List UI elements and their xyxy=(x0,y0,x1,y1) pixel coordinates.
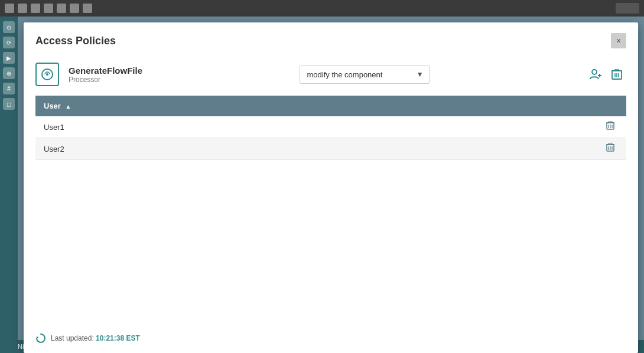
sidebar-icon-6[interactable]: ◻ xyxy=(3,98,15,110)
delete-user1-button[interactable] xyxy=(603,120,618,134)
modal-title: Access Policies xyxy=(35,35,116,47)
modal-backdrop: Access Policies × GenerateFlowFile xyxy=(18,17,644,340)
sidebar-icon-4[interactable]: ⊕ xyxy=(3,67,15,79)
add-user-icon xyxy=(589,68,602,81)
sidebar-icon-2[interactable]: ⟳ xyxy=(3,37,15,48)
modal-footer: Last updated: 10:21:38 EST xyxy=(35,333,140,344)
delete-user2-icon xyxy=(606,143,614,152)
toolbar-icon-4 xyxy=(44,4,53,13)
component-row: GenerateFlowFile Processor modify the co… xyxy=(35,63,626,86)
delete-user2-button[interactable] xyxy=(603,142,618,156)
modal-header: Access Policies × xyxy=(24,22,638,57)
actions-column-header xyxy=(594,96,626,116)
add-user-button[interactable] xyxy=(586,65,605,84)
svg-marker-20 xyxy=(37,336,39,338)
table-body: User1 xyxy=(35,116,626,160)
component-info: GenerateFlowFile Processor xyxy=(69,66,142,84)
component-actions xyxy=(586,65,626,84)
top-toolbar xyxy=(0,0,644,17)
user2-delete-cell xyxy=(594,138,626,160)
policy-dropdown[interactable]: modify the component view the component … xyxy=(300,66,430,84)
toolbar-icon-7 xyxy=(83,4,92,13)
processor-icon xyxy=(41,68,54,81)
toolbar-icon-3 xyxy=(31,4,40,13)
toolbar-right-control xyxy=(616,3,639,14)
last-updated-time: 10:21:38 EST xyxy=(96,334,140,342)
user1-cell: User1 xyxy=(35,116,594,138)
left-sidebar: ⊙ ⟳ ▶ ⊕ # ◻ xyxy=(0,17,18,353)
last-updated-prefix: Last updated: xyxy=(51,334,94,342)
user2-cell: User2 xyxy=(35,138,594,160)
component-spacer: modify the component view the component … xyxy=(152,66,577,84)
policy-select-container: modify the component view the component … xyxy=(300,66,430,84)
user1-delete-cell xyxy=(594,116,626,138)
delete-user1-icon xyxy=(606,121,614,130)
user-column-header[interactable]: User ▲ xyxy=(35,96,594,116)
toolbar-icon-2 xyxy=(18,4,27,13)
svg-point-2 xyxy=(592,70,597,74)
table-row: User1 xyxy=(35,116,626,138)
table-header-row: User ▲ xyxy=(35,96,626,116)
component-icon-box xyxy=(35,63,59,86)
toolbar-icon-1 xyxy=(5,4,14,13)
delete-policy-icon xyxy=(612,68,622,80)
modal-body: GenerateFlowFile Processor modify the co… xyxy=(24,57,638,172)
refresh-icon xyxy=(35,333,46,344)
toolbar-icon-5 xyxy=(57,4,66,13)
last-updated-label: Last updated: 10:21:38 EST xyxy=(51,334,140,342)
delete-policy-button[interactable] xyxy=(607,65,626,84)
sidebar-icon-3[interactable]: ▶ xyxy=(3,52,15,64)
table-row: User2 xyxy=(35,138,626,160)
sort-ascending-icon: ▲ xyxy=(66,103,71,110)
user-column-label: User xyxy=(44,102,61,110)
component-type: Processor xyxy=(69,76,142,84)
svg-point-1 xyxy=(46,73,48,76)
table-header: User ▲ xyxy=(35,96,626,116)
sidebar-icon-5[interactable]: # xyxy=(3,83,15,94)
sidebar-icon-1[interactable]: ⊙ xyxy=(3,21,15,33)
component-name: GenerateFlowFile xyxy=(69,66,142,76)
modal-close-button[interactable]: × xyxy=(611,33,626,48)
access-policies-modal: Access Policies × GenerateFlowFile xyxy=(24,22,638,353)
users-table: User ▲ User1 xyxy=(35,96,626,160)
toolbar-icon-6 xyxy=(70,4,79,13)
